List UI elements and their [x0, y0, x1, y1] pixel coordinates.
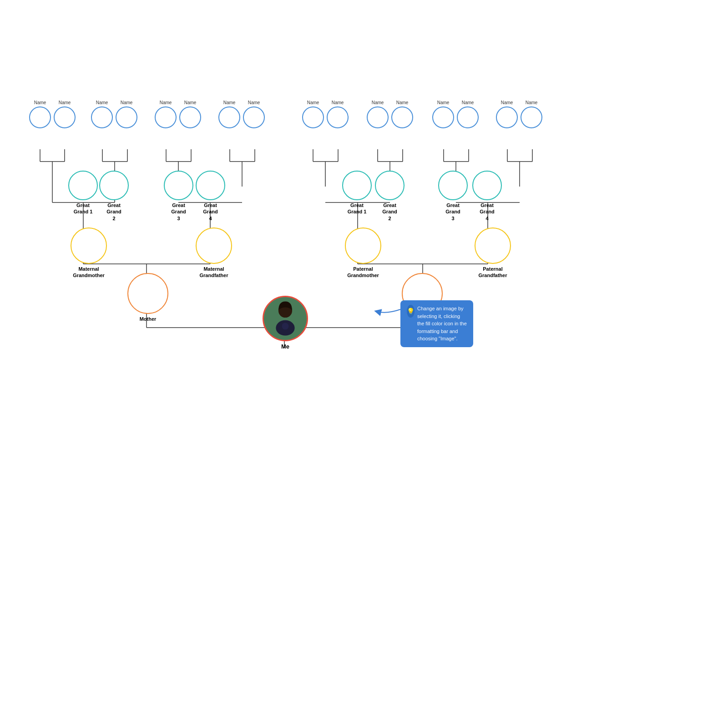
great-grand-mat-4[interactable]: GreatGrand4 [196, 171, 225, 222]
gg-circle[interactable] [457, 106, 479, 128]
gg-name-label: Name [59, 100, 71, 105]
paternal-grandmother-label: Paternal Grandmother [343, 266, 384, 279]
me-circle[interactable] [263, 296, 308, 341]
gg-name-label: Name [248, 100, 260, 105]
gg-name-label: Name [34, 100, 46, 105]
tooltip-text: Change an image by selecting it, clickin… [417, 305, 467, 343]
great-grand-label: GreatGrand2 [106, 202, 121, 222]
gg-mat-1-1[interactable]: Name [29, 100, 51, 128]
maternal-grandmother-node[interactable]: Maternal Grandmother [68, 228, 109, 279]
gg-circle[interactable] [91, 106, 113, 128]
great-grand-circle[interactable] [164, 171, 193, 200]
great-grand-label: GreatGrand 1 [74, 202, 93, 215]
great-grand-label: GreatGrand3 [445, 202, 460, 222]
great-grand-pat-4[interactable]: GreatGrand4 [472, 171, 502, 222]
great-grand-mat-1[interactable]: GreatGrand 1 [68, 171, 98, 215]
great-grand-circle[interactable] [472, 171, 502, 200]
maternal-grandfather-circle[interactable] [196, 228, 232, 264]
gg-circle[interactable] [496, 106, 518, 128]
svg-point-59 [282, 323, 288, 329]
gg-pat-2-2[interactable]: Name [391, 100, 413, 128]
great-grand-label: GreatGrand4 [203, 202, 217, 222]
gg-mat-1-2[interactable]: Name [54, 100, 76, 128]
gg-circle[interactable] [327, 106, 349, 128]
gg-name-label: Name [184, 100, 197, 105]
me-node[interactable]: Me [263, 296, 308, 351]
great-grand-mat-2[interactable]: GreatGrand2 [99, 171, 129, 222]
great-grand-label: GreatGrand2 [382, 202, 397, 222]
gg-circle[interactable] [179, 106, 201, 128]
gg-circle[interactable] [29, 106, 51, 128]
great-grand-circle[interactable] [438, 171, 468, 200]
mother-label: Mother [140, 316, 157, 322]
maternal-grandmother-label: Maternal Grandmother [68, 266, 109, 279]
maternal-grandmother-circle[interactable] [71, 228, 107, 264]
gg-circle[interactable] [302, 106, 324, 128]
great-grand-circle[interactable] [99, 171, 129, 200]
gg-name-label: Name [396, 100, 409, 105]
gg-mat-4-2[interactable]: Name [243, 100, 265, 128]
gg-pat-3-2[interactable]: Name [457, 100, 479, 128]
gg-circle[interactable] [367, 106, 389, 128]
great-grand-circle[interactable] [196, 171, 225, 200]
maternal-grandfather-label: Maternal Grandfather [193, 266, 234, 279]
gg-name-label: Name [501, 100, 513, 105]
mother-node[interactable]: Mother [127, 273, 168, 322]
tooltip: 💡 Change an image by selecting it, click… [400, 300, 473, 347]
gg-mat-2-1[interactable]: Name [91, 100, 113, 128]
maternal-grandfather-node[interactable]: Maternal Grandfather [193, 228, 234, 279]
gg-circle[interactable] [218, 106, 240, 128]
gg-name-label: Name [121, 100, 133, 105]
great-grand-pat-2[interactable]: GreatGrand2 [375, 171, 404, 222]
great-grand-pat-1[interactable]: GreatGrand 1 [342, 171, 372, 215]
paternal-grandmother-circle[interactable] [345, 228, 381, 264]
gg-pat-4-2[interactable]: Name [521, 100, 542, 128]
gg-mat-4-1[interactable]: Name [218, 100, 240, 128]
gg-name-label: Name [437, 100, 450, 105]
great-grand-circle[interactable] [68, 171, 98, 200]
gg-name-label: Name [462, 100, 474, 105]
gg-circle[interactable] [391, 106, 413, 128]
gg-mat-3-1[interactable]: Name [155, 100, 177, 128]
paternal-grandfather-label: Paternal Grandfather [472, 266, 513, 279]
gg-name-label: Name [96, 100, 108, 105]
gg-mat-2-2[interactable]: Name [116, 100, 137, 128]
gg-name-label: Name [332, 100, 344, 105]
gg-pat-1-2[interactable]: Name [327, 100, 349, 128]
great-grand-circle[interactable] [375, 171, 404, 200]
gg-circle[interactable] [116, 106, 137, 128]
lightbulb-icon: 💡 [407, 305, 415, 318]
gg-pat-1-1[interactable]: Name [302, 100, 324, 128]
mother-circle[interactable] [127, 273, 168, 314]
gg-name-label: Name [372, 100, 384, 105]
gg-name-label: Name [223, 100, 236, 105]
gg-circle[interactable] [521, 106, 542, 128]
gg-name-label: Name [160, 100, 172, 105]
great-grand-label: GreatGrand3 [171, 202, 186, 222]
paternal-grandfather-node[interactable]: Paternal Grandfather [472, 228, 513, 279]
gg-pat-3-1[interactable]: Name [432, 100, 454, 128]
gg-pat-2-1[interactable]: Name [367, 100, 389, 128]
me-photo [264, 296, 307, 341]
paternal-grandfather-circle[interactable] [475, 228, 511, 264]
gg-mat-3-2[interactable]: Name [179, 100, 201, 128]
great-grand-mat-3[interactable]: GreatGrand3 [164, 171, 193, 222]
gg-circle[interactable] [432, 106, 454, 128]
great-grand-label: GreatGrand4 [480, 202, 494, 222]
paternal-grandmother-node[interactable]: Paternal Grandmother [343, 228, 384, 279]
gg-circle[interactable] [54, 106, 76, 128]
me-label: Me [281, 343, 289, 351]
gg-name-label: Name [307, 100, 319, 105]
gg-name-label: Name [526, 100, 538, 105]
gg-pat-4-1[interactable]: Name [496, 100, 518, 128]
gg-circle[interactable] [243, 106, 265, 128]
great-grand-pat-3[interactable]: GreatGrand3 [438, 171, 468, 222]
great-grand-circle[interactable] [342, 171, 372, 200]
great-grand-label: GreatGrand 1 [348, 202, 367, 215]
gg-circle[interactable] [155, 106, 177, 128]
